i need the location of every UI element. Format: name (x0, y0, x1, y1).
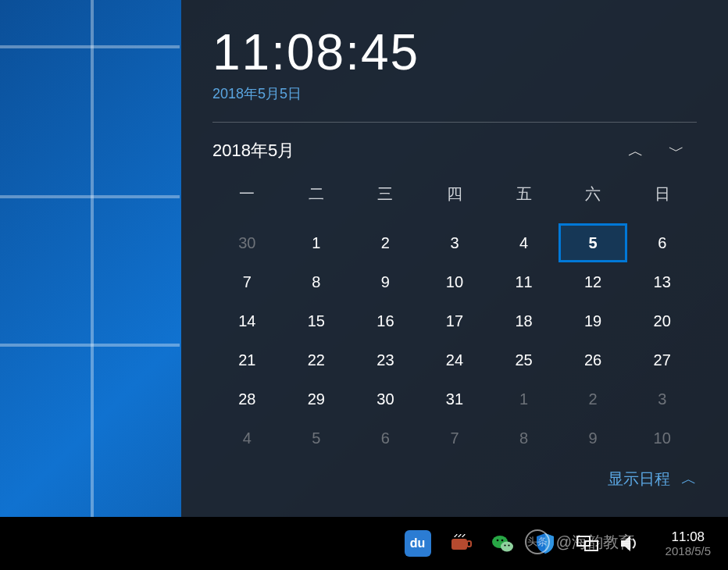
svg-rect-0 (451, 539, 467, 550)
prev-month-button[interactable]: ︿ (616, 137, 656, 165)
calendar-day[interactable]: 8 (489, 419, 558, 458)
coffee-tray-icon[interactable] (448, 531, 473, 556)
divider (212, 122, 697, 123)
calendar-day[interactable]: 10 (420, 262, 490, 301)
dow-header: 日 (627, 177, 697, 211)
calendar-day[interactable]: 5 (282, 419, 352, 458)
volume-tray-icon[interactable] (617, 531, 642, 556)
calendar-day[interactable]: 30 (212, 223, 282, 262)
dow-header: 三 (351, 177, 420, 211)
calendar-day[interactable]: 4 (212, 419, 282, 458)
tray-clock[interactable]: 11:08 2018/5/5 (659, 529, 717, 558)
chevron-down-icon: ﹀ (669, 141, 684, 162)
dow-header: 五 (489, 177, 558, 211)
calendar-day[interactable]: 9 (558, 419, 628, 458)
calendar-day[interactable]: 7 (212, 262, 282, 301)
show-agenda-link[interactable]: 显示日程 ︿ (608, 470, 697, 487)
dow-header: 六 (558, 177, 628, 211)
dow-header: 一 (212, 177, 282, 211)
calendar-day[interactable]: 29 (282, 379, 352, 419)
dow-header: 四 (420, 177, 490, 211)
svg-point-3 (501, 542, 513, 552)
month-header: 2018年5月 ︿ ﹀ (212, 137, 697, 165)
clock-date[interactable]: 2018年5月5日 (212, 84, 697, 103)
calendar-day[interactable]: 11 (489, 262, 558, 301)
calendar-day[interactable]: 4 (489, 223, 558, 262)
calendar-day[interactable]: 7 (420, 419, 490, 458)
show-agenda-label: 显示日程 (608, 470, 670, 487)
tray-clock-date: 2018/5/5 (666, 544, 711, 558)
calendar-day[interactable]: 8 (282, 262, 352, 301)
calendar-day[interactable]: 30 (351, 379, 420, 419)
calendar-flyout: 11:08:45 2018年5月5日 2018年5月 ︿ ﹀ 一二三四五六日 3… (181, 0, 728, 517)
calendar-day[interactable]: 23 (351, 340, 420, 379)
baidu-tray-icon[interactable]: du (405, 530, 431, 557)
calendar-day[interactable]: 6 (627, 223, 697, 262)
calendar-day[interactable]: 2 (351, 223, 420, 262)
clock-time: 11:08:45 (212, 23, 697, 81)
next-month-button[interactable]: ﹀ (656, 137, 697, 165)
svg-rect-1 (467, 541, 471, 547)
calendar-day[interactable]: 1 (489, 379, 558, 419)
calendar-day[interactable]: 26 (558, 340, 628, 379)
calendar-day[interactable]: 6 (351, 419, 420, 458)
calendar-day[interactable]: 16 (351, 301, 420, 340)
calendar-day[interactable]: 20 (627, 301, 697, 340)
dow-header: 二 (282, 177, 352, 211)
calendar-day[interactable]: 27 (627, 340, 697, 379)
calendar-day[interactable]: 3 (627, 379, 697, 419)
calendar-day[interactable]: 24 (420, 340, 490, 379)
month-label[interactable]: 2018年5月 (212, 139, 616, 162)
calendar-day[interactable]: 19 (558, 301, 628, 340)
calendar-day[interactable]: 25 (489, 340, 558, 379)
calendar-day[interactable]: 14 (212, 301, 282, 340)
calendar-day[interactable]: 10 (627, 419, 697, 458)
calendar-day[interactable]: 21 (212, 340, 282, 379)
desktop-wallpaper-panes (0, 0, 180, 531)
calendar-day[interactable]: 31 (420, 379, 490, 419)
calendar-day[interactable]: 9 (351, 262, 420, 301)
calendar-day[interactable]: 17 (420, 301, 490, 340)
calendar-day[interactable]: 28 (212, 379, 282, 419)
calendar-day[interactable]: 1 (282, 223, 352, 262)
svg-point-7 (508, 544, 509, 546)
chevron-up-icon: ︿ (628, 141, 644, 162)
calendar-day[interactable]: 13 (627, 262, 697, 301)
taskbar: du 11:08 2018/5/5 (0, 517, 728, 570)
calendar-day[interactable]: 2 (558, 379, 628, 419)
network-tray-icon[interactable] (575, 531, 600, 556)
chevron-up-icon: ︿ (681, 470, 697, 487)
calendar-day-today[interactable]: 5 (558, 223, 628, 262)
svg-point-5 (501, 540, 503, 542)
svg-point-6 (504, 544, 505, 546)
calendar-day[interactable]: 12 (558, 262, 628, 301)
calendar-day[interactable]: 3 (420, 223, 490, 262)
wechat-tray-icon[interactable] (491, 531, 516, 556)
shield-tray-icon[interactable] (533, 531, 558, 556)
calendar-day[interactable]: 22 (282, 340, 352, 379)
calendar-day[interactable]: 18 (489, 301, 558, 340)
calendar-day[interactable]: 15 (282, 301, 352, 340)
tray-clock-time: 11:08 (666, 529, 711, 545)
svg-point-4 (496, 540, 498, 542)
